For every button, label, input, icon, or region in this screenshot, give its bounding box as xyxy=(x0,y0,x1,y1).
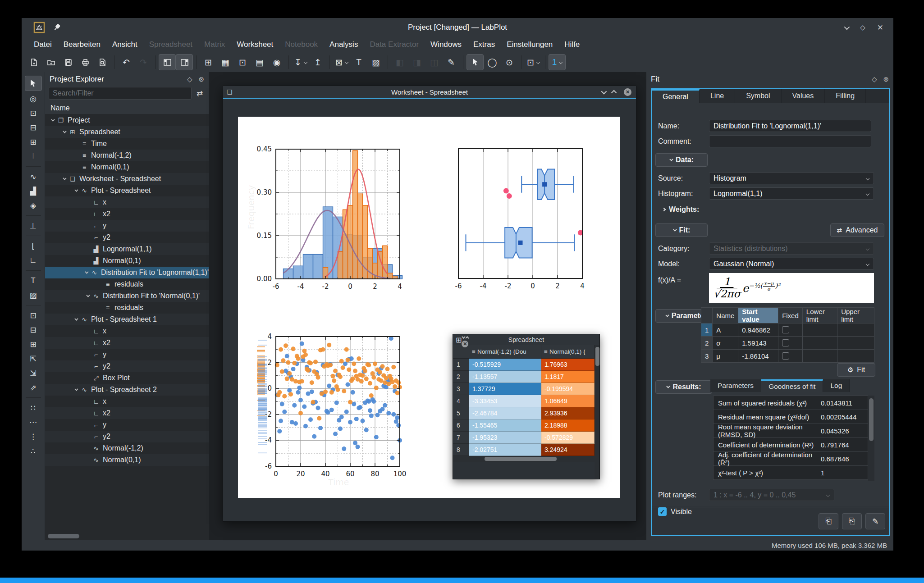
data-section-button[interactable]: Data: xyxy=(655,153,708,167)
param-fixed-checkbox[interactable] xyxy=(782,339,789,346)
menu-ansicht[interactable]: Ansicht xyxy=(106,38,143,51)
parameters-table[interactable]: NameStart valueFixedLower limitUpper lim… xyxy=(701,307,874,363)
more-tools-4-button[interactable]: ∴ xyxy=(25,444,42,458)
menu-datei[interactable]: Datei xyxy=(28,38,58,51)
tree-item-worksheet-spreadsheet[interactable]: ❏Worksheet - Spreadsheet xyxy=(45,173,209,185)
tree-item-plot-spreadsheet-2[interactable]: ∿Plot - Spreadsheet 2 xyxy=(45,384,209,396)
results-tab-log[interactable]: Log xyxy=(823,379,850,392)
layout-horizontal-button[interactable]: ◨ xyxy=(408,54,425,70)
tree-item-x2[interactable]: ∟x2 xyxy=(45,337,209,349)
shift-left-x-button[interactable]: ⇗ xyxy=(25,381,42,394)
spreadsheet-cell[interactable]: 3.24924 xyxy=(541,444,595,456)
tree-item-x[interactable]: ∟x xyxy=(45,325,209,337)
spreadsheet-cell[interactable]: 1.37729 xyxy=(469,383,541,395)
dock-float-icon[interactable]: ◇ xyxy=(187,75,192,83)
zoom-in-button[interactable]: ⇱ xyxy=(25,352,42,365)
search-input[interactable]: Search/Filter xyxy=(49,87,192,100)
zoom-preset-button[interactable]: 1 xyxy=(549,54,566,70)
advanced-button[interactable]: ⇄ Advanced xyxy=(830,223,884,237)
add-histogram-button[interactable]: ▟ xyxy=(25,184,42,198)
tree-hscrollbar[interactable] xyxy=(48,534,79,538)
comment-input[interactable] xyxy=(709,135,871,147)
tree-item-normal-1-2[interactable]: ∿Normal(-1,2) xyxy=(45,442,209,454)
tree-expand-icon[interactable] xyxy=(60,131,68,133)
boxplot-plot[interactable]: -6-4-2024 xyxy=(439,140,601,293)
worksheet-close-icon[interactable]: ✕ xyxy=(624,88,631,96)
param-fixed-checkbox[interactable] xyxy=(782,352,789,360)
fit-dock-close-icon[interactable]: ⊗ xyxy=(883,75,889,83)
tree-item-project[interactable]: ❐Project xyxy=(45,114,209,126)
add-fourier-filter-button[interactable]: ◈ xyxy=(25,199,42,212)
results-tab-goodness-of-fit[interactable]: Goodness of fit xyxy=(761,379,823,392)
tree-item-y2[interactable]: ⌐y2 xyxy=(45,360,209,372)
worksheet-canvas[interactable]: Frequency Time 0.000.150.300.45-6-4-2024… xyxy=(238,117,620,498)
minimize-icon[interactable] xyxy=(844,24,850,30)
worksheet-restore-icon[interactable] xyxy=(611,90,617,96)
print-preview-button[interactable] xyxy=(94,54,111,70)
spreadsheet-window[interactable]: ⊞ Spreadsheet ✕ ≡Normal(-1,2) {Dou≡Norma… xyxy=(453,334,600,479)
spreadsheet-cell[interactable]: -1.95323 xyxy=(469,432,541,444)
scale-auto-y-button[interactable]: ⊞ xyxy=(25,337,42,351)
worksheet-window[interactable]: ❏ Worksheet - Spreadsheet ✕ Frequency Ti… xyxy=(223,86,636,522)
param-col-start-value[interactable]: Start value xyxy=(738,308,778,323)
toggle-properties-explorer-button[interactable] xyxy=(176,54,193,70)
import-button[interactable]: ↧ xyxy=(292,54,309,70)
select-cursor-button[interactable] xyxy=(25,76,42,91)
pointer-mode-button[interactable] xyxy=(467,54,484,70)
param-lower-limit[interactable] xyxy=(802,323,837,337)
tree-column-header[interactable]: Name xyxy=(45,102,209,114)
goodness-of-fit-table[interactable]: Sum of squared residuals (χ²)0.0143811Re… xyxy=(713,396,868,480)
filter-options-icon[interactable]: ⇄ xyxy=(194,89,205,98)
fit-tab-filling[interactable]: Filling xyxy=(825,89,866,103)
menu-einstellungen[interactable]: Einstellungen xyxy=(501,38,558,51)
crosshair-button[interactable]: ◎ xyxy=(25,92,42,105)
spreadsheet-vscrollbar[interactable] xyxy=(595,345,599,479)
spreadsheet-cell[interactable]: 2.18988 xyxy=(541,419,595,432)
new-matrix-button[interactable]: ▦ xyxy=(217,54,234,70)
zoom-select-region-button[interactable]: ⊡ xyxy=(25,106,42,120)
more-tools-3-button[interactable]: ⋮ xyxy=(25,430,42,443)
spreadsheet-cell[interactable]: -0.515929 xyxy=(469,359,541,371)
tree-item-y[interactable]: ⌐y xyxy=(45,349,209,360)
spreadsheet-cell[interactable]: -0.572829 xyxy=(541,432,595,444)
undo-button[interactable]: ↶ xyxy=(118,54,135,70)
param-upper-limit[interactable] xyxy=(837,323,874,337)
export-button[interactable]: ↥ xyxy=(309,54,326,70)
toggle-project-explorer-button[interactable] xyxy=(159,54,176,70)
print-button[interactable] xyxy=(77,54,94,70)
tree-expand-icon[interactable] xyxy=(72,318,79,321)
param-upper-limit[interactable] xyxy=(837,350,874,363)
results-scrollbar[interactable] xyxy=(868,396,874,481)
add-text-frame-button[interactable]: T xyxy=(350,54,367,70)
run-fit-button[interactable]: ⚙ Fit xyxy=(837,363,875,377)
fit-section-button[interactable]: Fit: xyxy=(655,223,708,237)
tree-item-plot-spreadsheet-1[interactable]: ∿Plot - Spreadsheet 1 xyxy=(45,314,209,325)
title-bar[interactable]: Project [Changed] — LabPlot ◇ ✕ xyxy=(22,18,893,37)
tree-item-spreadsheet[interactable]: ⊞Spreadsheet xyxy=(45,126,209,138)
param-lower-limit[interactable] xyxy=(802,337,837,350)
maximize-icon[interactable]: ◇ xyxy=(860,23,865,32)
worksheet-view-button[interactable]: ⊠ xyxy=(333,54,350,70)
tree-item-y2[interactable]: ⌐y2 xyxy=(45,431,209,442)
layout-edit-button[interactable]: ✎ xyxy=(443,54,460,70)
redo-button[interactable]: ↷ xyxy=(135,54,152,70)
tree-item-x2[interactable]: ∟x2 xyxy=(45,407,209,419)
dock-close-icon[interactable]: ⊗ xyxy=(198,75,204,83)
param-col-lower-limit[interactable]: Lower limit xyxy=(802,308,837,323)
histogram-plot[interactable]: 0.000.150.300.45-6-4-2024 xyxy=(256,140,418,293)
row-number[interactable]: 3 xyxy=(453,383,469,395)
tree-item-distribution-fit-to-lognormal-1-1[interactable]: ∿Distribution Fit to 'Lognormal(1,1)' xyxy=(45,267,209,278)
tree-expand-icon[interactable] xyxy=(60,178,68,180)
menu-bearbeiten[interactable]: Bearbeiten xyxy=(58,38,106,51)
more-tools-1-button[interactable]: ∷ xyxy=(25,401,42,414)
weights-section-button[interactable]: Weights: xyxy=(663,205,699,214)
tree-item-normal-0-1[interactable]: ≡Normal(0,1) xyxy=(45,161,209,173)
menu-hilfe[interactable]: Hilfe xyxy=(558,38,586,51)
more-tools-2-button[interactable]: ⋯ xyxy=(25,415,42,429)
tree-item-lognormal-1-1[interactable]: ▟Lognormal(1,1) xyxy=(45,243,209,255)
spreadsheet-window-titlebar[interactable]: ⊞ Spreadsheet ✕ xyxy=(453,334,599,345)
close-icon[interactable]: ✕ xyxy=(877,23,883,32)
add-image-button[interactable]: ▨ xyxy=(367,54,384,70)
worksheet-minimize-icon[interactable] xyxy=(601,88,607,94)
spreadsheet-cell[interactable]: 1.06649 xyxy=(541,395,595,407)
